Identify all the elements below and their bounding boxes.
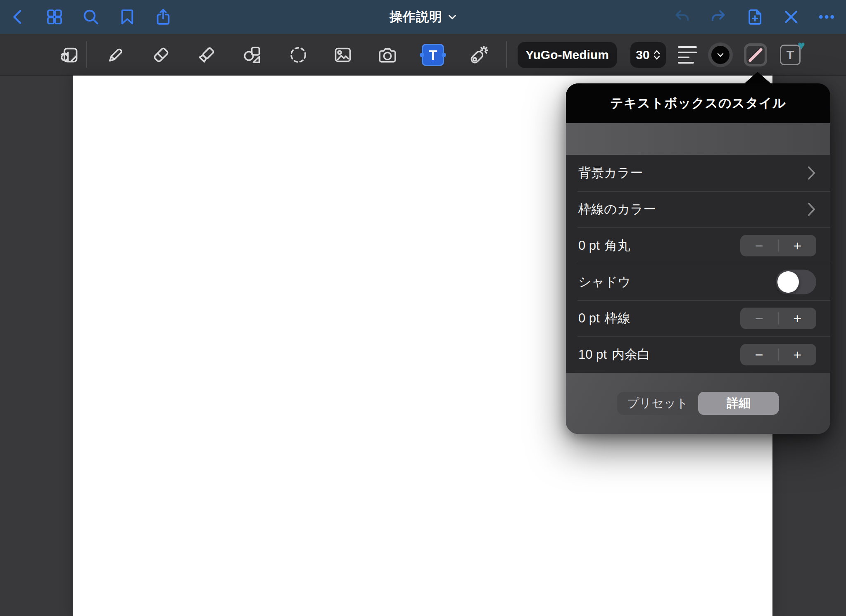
selection-handle-left (420, 53, 424, 57)
align-line (678, 52, 697, 53)
document-title-button[interactable]: 操作説明 (390, 8, 456, 26)
undo-button[interactable] (672, 6, 693, 28)
toolbar-divider (86, 41, 87, 68)
row-border-color[interactable]: 枠線のカラー (566, 191, 830, 227)
plus-button[interactable]: + (779, 344, 817, 365)
chevron-down-icon (717, 53, 724, 57)
image-tool[interactable] (331, 43, 354, 66)
minus-button[interactable]: − (740, 235, 778, 256)
chevron-left-icon (9, 7, 28, 26)
border-width-value: 0 pt (578, 311, 600, 326)
plus-button[interactable]: + (779, 308, 817, 329)
minus-button[interactable]: − (740, 308, 778, 329)
font-size-value: 30 (636, 48, 649, 62)
row-separator (577, 300, 830, 301)
textbox-style-button-active[interactable] (744, 43, 767, 66)
chevron-right-icon (807, 202, 816, 217)
row-corner-radius: 0 pt 角丸 − + (566, 227, 830, 264)
share-button[interactable] (152, 6, 174, 28)
border-width-stepper: − + (740, 308, 816, 329)
row-label: シャドウ (578, 273, 631, 291)
text-color-button[interactable] (708, 43, 733, 67)
favorite-text-style-button[interactable]: T ♥ (780, 45, 801, 65)
popover-arrow (744, 72, 771, 84)
stroke-color-sample (748, 47, 763, 62)
row-background-color[interactable]: 背景カラー (566, 155, 830, 191)
row-separator (577, 336, 830, 337)
popover-body: テキストボックスのスタイル 背景カラー 枠線のカラー 0 (566, 83, 830, 434)
row-separator (577, 227, 830, 228)
laser-pointer-tool[interactable] (468, 43, 491, 66)
toolbar-divider (506, 41, 507, 68)
font-family-label: YuGo-Medium (525, 48, 609, 62)
chevron-right-icon (807, 166, 816, 180)
share-icon (154, 7, 173, 26)
bookmark-button[interactable] (116, 6, 138, 28)
back-button[interactable] (7, 6, 29, 28)
read-mode-button[interactable] (58, 43, 81, 66)
redo-button[interactable] (707, 6, 729, 28)
highlighter-tool[interactable] (195, 43, 218, 66)
add-page-icon (746, 7, 765, 26)
thumbnails-button[interactable] (44, 6, 65, 28)
row-label: 背景カラー (578, 164, 643, 182)
search-icon (81, 7, 100, 26)
current-color-swatch (711, 46, 730, 64)
textbox-style-popover: テキストボックスのスタイル 背景カラー 枠線のカラー 0 (566, 83, 830, 434)
eraser-icon (151, 45, 171, 65)
shadow-toggle-off[interactable] (776, 270, 816, 294)
pen-tool[interactable] (104, 43, 127, 66)
tab-preset[interactable]: プリセット (617, 392, 698, 415)
app-root: 操作説明 (0, 0, 846, 616)
minus-button[interactable]: − (740, 344, 778, 365)
lasso-icon (288, 45, 309, 65)
text-align-button[interactable] (678, 46, 697, 64)
row-separator (577, 264, 830, 264)
stylus-cross-icon (782, 7, 801, 26)
top-nav-bar: 操作説明 (0, 0, 846, 34)
search-button[interactable] (80, 6, 102, 28)
camera-tool[interactable] (376, 43, 399, 66)
row-label: 内余白 (612, 346, 650, 363)
padding-stepper: − + (740, 344, 816, 365)
align-line (678, 57, 689, 58)
text-style-glyph: T (787, 49, 794, 61)
camera-icon (377, 45, 398, 65)
undo-icon (673, 7, 692, 26)
align-line (678, 46, 697, 48)
popover-title: テキストボックスのスタイル (610, 95, 786, 112)
row-padding: 10 pt 内余白 − + (566, 336, 830, 373)
text-tool-selected[interactable]: T (422, 44, 444, 66)
shapes-tool[interactable] (240, 43, 264, 66)
grid-icon (45, 7, 64, 26)
eraser-tool[interactable] (150, 43, 173, 66)
corner-radius-value: 0 pt (578, 238, 600, 253)
laser-pointer-icon (469, 45, 490, 65)
font-size-stepper[interactable]: 30 (630, 42, 666, 68)
align-line (678, 62, 694, 64)
tool-bar: T YuGo-Medium 30 (0, 34, 846, 76)
row-border-width: 0 pt 枠線 − + (566, 300, 830, 336)
more-options-button[interactable] (816, 6, 837, 28)
row-shadow: シャドウ (566, 264, 830, 300)
row-label: 角丸 (605, 237, 630, 254)
shapes-icon (242, 45, 262, 65)
popover-footer: プリセット 詳細 (566, 373, 830, 434)
highlighter-icon (196, 45, 217, 65)
padding-value: 10 pt (578, 347, 607, 362)
page-title: 操作説明 (390, 8, 442, 26)
pen-icon (105, 45, 126, 65)
toggle-knob (777, 271, 799, 293)
favorite-heart-icon: ♥ (798, 39, 805, 52)
ellipsis-icon (817, 7, 836, 26)
text-tool-glyph: T (429, 48, 437, 62)
stylus-cross-button[interactable] (780, 6, 802, 28)
tab-detail-selected[interactable]: 詳細 (698, 392, 779, 415)
plus-button[interactable]: + (779, 235, 817, 256)
style-preview (566, 123, 830, 155)
lasso-tool[interactable] (287, 43, 310, 66)
add-page-button[interactable] (745, 6, 766, 28)
image-icon (333, 45, 353, 65)
font-family-button[interactable]: YuGo-Medium (518, 42, 617, 68)
selection-handle-right (442, 53, 446, 57)
